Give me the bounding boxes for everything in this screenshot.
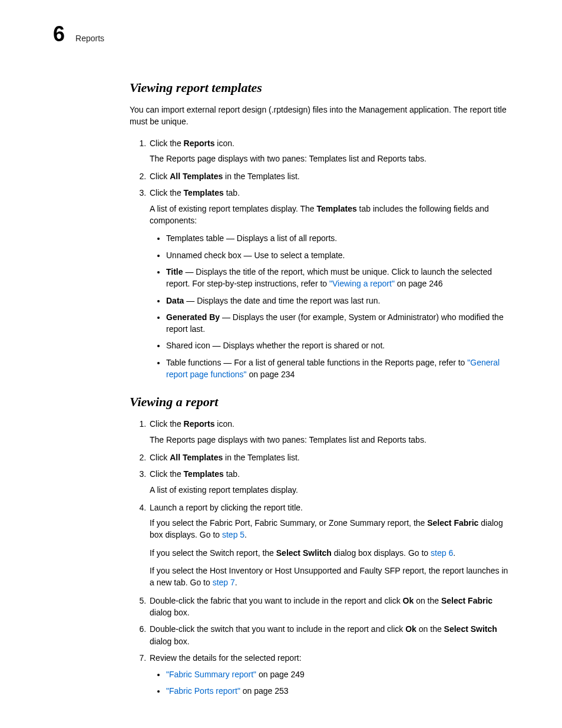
step-bold: Ok (403, 596, 414, 605)
step-sub: A list of existing report templates disp… (150, 203, 509, 227)
step-sub: The Reports page displays with two panes… (150, 153, 509, 164)
step-3: Click the Templates tab. A list of exist… (148, 468, 509, 496)
step-text: Launch a report by clicking the report t… (150, 503, 303, 512)
bullet-text: on page 246 (395, 279, 443, 288)
bullet-text: on page 249 (256, 670, 305, 679)
content-body: Viewing report templates You can import … (130, 80, 509, 697)
sub-text: A list of existing report templates disp… (150, 204, 317, 213)
step-text: dialog box. (150, 637, 190, 646)
bullet-table-functions: Table functions — For a list of general … (166, 357, 509, 381)
step-6: Double-click the switch that you want to… (148, 623, 509, 647)
field-bullets: Templates table — Displays a list of all… (150, 232, 509, 380)
page-header: 6 Reports (53, 24, 509, 45)
bullet-data: Data — Displays the date and time the re… (166, 295, 509, 307)
step-1: Click the Reports icon. The Reports page… (148, 137, 509, 165)
step-2: Click All Templates in the Templates lis… (148, 170, 509, 182)
bullet-shared-icon: Shared icon — Displays whether the repor… (166, 340, 509, 351)
procedure-list-1: Click the Reports icon. The Reports page… (130, 137, 509, 381)
sub-bold: Select Fabric (427, 518, 478, 528)
section-heading-viewing-report-templates: Viewing report templates (130, 80, 509, 95)
report-bullets: "Fabric Summary report" on page 249 "Fab… (150, 668, 509, 697)
intro-paragraph: You can import external report design (.… (130, 104, 509, 128)
step-7: Review the details for the selected repo… (148, 652, 509, 697)
step-bold: All Templates (170, 453, 223, 462)
sub-bold: Templates (317, 204, 357, 213)
step-bold: Reports (184, 419, 215, 429)
sub-text: If you select the Fabric Port, Fabric Su… (150, 518, 427, 528)
step-sub: A list of existing report templates disp… (150, 484, 509, 496)
page: 6 Reports Viewing report templates You c… (0, 0, 562, 728)
step-bold: Templates (184, 469, 224, 479)
step-2: Click All Templates in the Templates lis… (148, 452, 509, 463)
sub-text: If you select the Host Inventory or Host… (150, 566, 508, 587)
step-bold: Templates (184, 188, 224, 197)
step-text: Click (150, 172, 170, 181)
step-bold: All Templates (170, 172, 223, 181)
step-bold: Ok (405, 624, 416, 634)
chapter-number: 6 (53, 24, 65, 45)
link-step-5[interactable]: step 5 (222, 530, 244, 539)
bullet-bold: Generated By (166, 312, 220, 322)
step-sub: If you select the Switch report, the Sel… (150, 547, 509, 559)
step-text: icon. (214, 419, 234, 429)
step-text: icon. (214, 139, 234, 148)
link-step-7[interactable]: step 7 (213, 578, 235, 587)
link-fabric-summary-report[interactable]: "Fabric Summary report" (166, 670, 256, 679)
bullet-text: on page 234 (247, 370, 295, 379)
step-sub: If you select the Fabric Port, Fabric Su… (150, 517, 509, 541)
sub-text: . (244, 530, 247, 539)
bullet-fabric-ports: "Fabric Ports report" on page 253 (166, 685, 509, 697)
step-text: in the Templates list. (223, 172, 299, 181)
bullet-fabric-summary: "Fabric Summary report" on page 249 (166, 668, 509, 680)
step-text: Double-click the fabric that you want to… (150, 596, 403, 605)
step-text: Click the (150, 188, 184, 197)
bullet-text: on page 253 (240, 686, 289, 696)
link-viewing-a-report[interactable]: "Viewing a report" (329, 279, 395, 288)
step-text: Click the (150, 139, 184, 148)
bullet-bold: Data (166, 296, 184, 305)
step-bold: Select Switch (444, 624, 497, 634)
chapter-title: Reports (75, 34, 104, 43)
step-text: tab. (224, 188, 240, 197)
step-text: Review the details for the selected repo… (150, 653, 302, 663)
sub-text: If you select the Switch report, the (150, 548, 276, 558)
step-text: Click (150, 453, 170, 462)
step-text: Click the (150, 419, 184, 429)
step-text: dialog box. (150, 608, 190, 617)
step-text: Double-click the switch that you want to… (150, 624, 405, 634)
sub-text: . (453, 548, 455, 558)
step-1: Click the Reports icon. The Reports page… (148, 418, 509, 446)
step-sub: The Reports page displays with two panes… (150, 434, 509, 446)
bullet-templates-table: Templates table — Displays a list of all… (166, 232, 509, 244)
step-5: Double-click the fabric that you want to… (148, 595, 509, 619)
step-text: tab. (224, 469, 240, 479)
bullet-unnamed-checkbox: Unnamed check box — Use to select a temp… (166, 249, 509, 261)
step-3: Click the Templates tab. A list of exist… (148, 187, 509, 380)
step-bold: Reports (184, 139, 215, 148)
bullet-text: Table functions — For a list of general … (166, 358, 467, 367)
bullet-bold: Title (166, 267, 183, 276)
step-text: on the (416, 624, 444, 634)
step-text: on the (414, 596, 441, 605)
bullet-generated-by: Generated By — Displays the user (for ex… (166, 311, 509, 335)
sub-bold: Select Swlitch (276, 548, 332, 558)
step-sub: If you select the Host Inventory or Host… (150, 565, 509, 589)
bullet-title: Title — Displays the title of the report… (166, 266, 509, 290)
step-4: Launch a report by clicking the report t… (148, 502, 509, 589)
step-bold: Select Fabric (441, 596, 492, 605)
bullet-text: — Displays the date and time the report … (184, 296, 380, 305)
sub-text: dialog box displays. Go to (332, 548, 431, 558)
step-text: Click the (150, 469, 184, 479)
section-heading-viewing-a-report: Viewing a report (130, 394, 509, 410)
step-text: in the Templates list. (223, 453, 299, 462)
sub-text: . (235, 578, 237, 587)
link-step-6[interactable]: step 6 (431, 548, 453, 558)
link-fabric-ports-report[interactable]: "Fabric Ports report" (166, 686, 240, 696)
procedure-list-2: Click the Reports icon. The Reports page… (130, 418, 509, 697)
